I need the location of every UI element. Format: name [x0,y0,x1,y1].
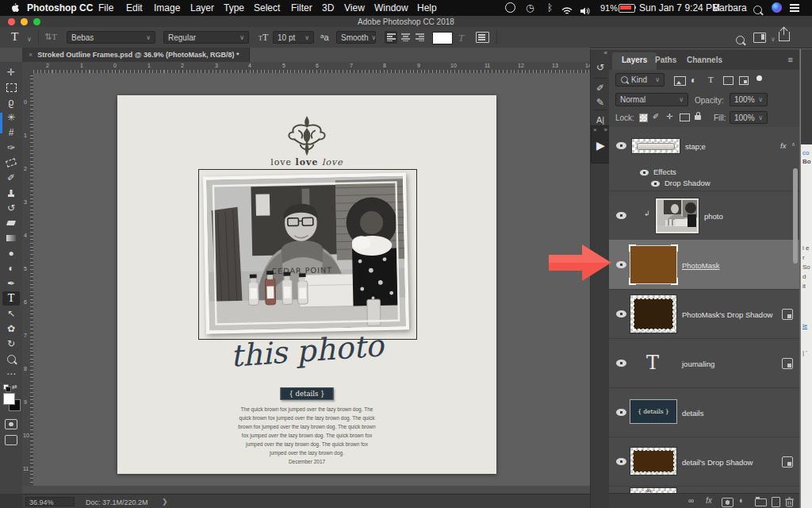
anti-alias-select[interactable]: Smooth∨ [336,31,376,44]
align-left-button[interactable] [385,31,397,44]
workspace-switcher-icon[interactable] [753,33,766,43]
adjustment-layer-icon[interactable]: ◐ [739,495,745,505]
lock-all-icon[interactable] [695,115,701,120]
font-style-select[interactable]: Regular∨ [163,31,249,44]
opacity-select[interactable]: 100%∨ [730,93,768,106]
time-machine-icon[interactable]: ◷ [526,3,534,13]
close-panel-icon[interactable]: × [593,126,597,133]
filter-shape-layers-icon[interactable] [723,76,733,85]
menu-edit[interactable]: Edit [126,2,143,13]
font-family-select[interactable]: Bebas∨ [67,31,155,44]
menu-filter[interactable]: Filter [291,2,312,13]
ruler-corner[interactable] [22,62,34,74]
layer-name[interactable]: journaling [682,360,714,368]
fill-select[interactable]: 100%∨ [730,111,768,124]
dodge-tool[interactable]: ◐ [2,261,20,275]
marquee-tool[interactable] [2,80,20,94]
visibility-eye-icon[interactable] [616,142,626,149]
lock-pixels-icon[interactable]: ✐ [653,113,659,121]
text-orientation-icon[interactable]: ⇅T [44,32,57,42]
bluetooth-icon[interactable]: ᛒ [547,3,553,13]
layer-name[interactable]: photo [704,212,723,221]
layer-style-badge-icon[interactable] [782,309,793,320]
healing-brush-tool[interactable] [2,156,20,170]
visibility-eye-icon[interactable] [616,409,626,416]
move-tool[interactable]: ✛ [2,65,20,79]
add-mask-icon[interactable] [722,498,733,507]
layers-scrollbar[interactable] [793,168,798,264]
zoom-tool[interactable] [2,352,20,366]
align-right-button[interactable] [413,31,426,44]
gradient-tool[interactable] [2,231,20,245]
tab-layers[interactable]: Layers [612,52,657,70]
menu-image[interactable]: Image [154,2,180,13]
menu-layer[interactable]: Layer [190,2,214,13]
layer-name[interactable]: details [682,409,703,418]
align-center-button[interactable] [399,31,412,44]
layer-name[interactable]: detail's Drop Shadow [682,458,753,467]
lasso-tool[interactable]: ϱ [2,95,20,110]
swap-colors-icon[interactable]: ⇄ [12,383,17,391]
layer-row-photomask[interactable]: PhotoMask [609,240,799,289]
layer-row-partial[interactable]: ∞ [609,486,799,493]
quick-mask-icon[interactable] [5,419,17,429]
lock-artboard-icon[interactable] [680,114,690,121]
photo-mat[interactable]: CEDAR POINT [203,172,409,333]
default-colors-icon[interactable] [3,384,10,391]
toggle-panels-icon[interactable] [476,32,489,43]
quick-selection-tool[interactable]: ✳ [2,110,20,125]
lock-position-icon[interactable]: ✛ [666,113,672,121]
layer-thumbnail[interactable] [630,294,677,333]
layer-thumbnail[interactable]: { details } [630,399,677,424]
link-layers-icon[interactable]: ∞ [688,496,694,505]
menu-help[interactable]: Help [417,2,437,13]
layer-row-photo[interactable]: ↲ [609,190,799,240]
notification-center-icon[interactable] [790,4,799,6]
tab-channels[interactable]: Channels [687,56,722,64]
scrapbook-page[interactable]: love love love [117,95,496,474]
document-tab[interactable]: × Stroked Outline Frames.psd @ 36.9% (Ph… [22,48,250,62]
play-action-icon[interactable]: ▶ [596,139,605,152]
type-tool-options-icon[interactable]: T [11,30,18,44]
layer-style-badge-icon[interactable] [782,456,793,468]
fx-indicator[interactable]: fx [780,141,786,150]
close-tab-icon[interactable]: × [29,51,33,59]
menu-select[interactable]: Select [254,2,280,13]
tool-preset-chevron-icon[interactable]: ∨ [27,36,32,43]
new-group-icon[interactable] [755,498,767,506]
visibility-eye-icon[interactable] [616,360,626,367]
menu-type[interactable]: Type [224,2,244,13]
foreground-color-swatch[interactable] [3,393,15,405]
visibility-eye-icon[interactable] [616,458,626,465]
layer-row-journaling[interactable]: T journaling [609,338,799,387]
tab-paths[interactable]: Paths [655,56,676,64]
text-color-swatch[interactable] [432,32,453,44]
layer-style-fx-icon[interactable]: fx [706,496,712,505]
panel-menu-icon[interactable]: ≡ [788,55,793,64]
filter-kind-select[interactable]: Kind ∨ [615,73,665,87]
filter-pixel-layers-icon[interactable] [674,76,686,86]
blend-mode-select[interactable]: Normal∨ [615,93,688,106]
lock-transparency-icon[interactable] [639,114,648,122]
menu-window[interactable]: Window [374,2,408,13]
zoom-level-field[interactable]: 36.94% [25,497,75,506]
menu-app-name[interactable]: Photoshop CC [27,2,93,13]
share-icon[interactable] [779,32,790,41]
crop-tool[interactable]: # [2,125,20,140]
history-panel-icon[interactable]: ↺ [592,60,608,75]
screen-mode-icon[interactable] [5,435,17,445]
edit-toolbar-icon[interactable]: ⋯ [2,367,20,381]
history-brush-tool[interactable]: ↺ [2,201,20,215]
chevron-down-icon[interactable]: ∨ [771,36,776,43]
pen-tool[interactable]: ✒ [2,276,20,291]
status-chevron-icon[interactable]: ❯ [162,498,168,506]
creative-cloud-icon[interactable] [505,2,515,13]
brush-tool[interactable]: ✐ [2,171,20,185]
layer-thumbnail[interactable] [631,138,680,154]
eyedropper-tool[interactable]: ✑ [2,140,20,155]
layer-row-staple[interactable]: stap;e fx ∧ Effects Drop Shadow [609,127,799,190]
new-layer-icon[interactable] [772,497,780,507]
brush-settings-panel-icon[interactable]: ✐ [592,81,608,95]
eraser-tool[interactable] [2,216,20,230]
menu-clock[interactable]: Sun Jan 7 9:24 PM [639,2,720,13]
